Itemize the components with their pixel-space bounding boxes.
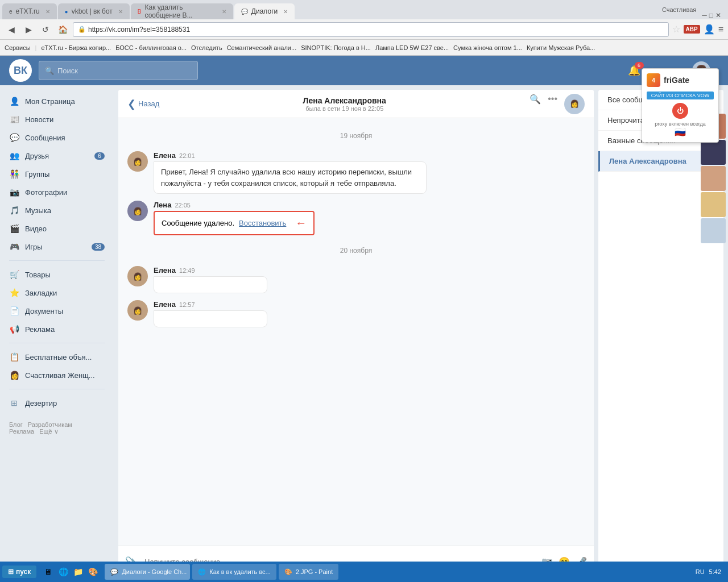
sidebar-item-groups[interactable]: 👫 Группы [0,165,114,183]
taskbar-icon-4[interactable]: 🎨 [86,566,99,578]
taskbar-icons: 🖥 🌐 📁 🎨 [39,566,102,578]
bookmark-sem[interactable]: Семантический анали... [227,44,297,51]
thumb-4[interactable] [701,192,726,217]
bookmark-lamp[interactable]: Лампа LED 5W E27 све... [375,44,449,51]
video-icon: 🎬 [9,223,19,234]
frigate-logo-icon: 4 [647,73,660,87]
notifications-icon[interactable]: 🔔 6 [628,64,640,77]
deleted-message-text: Сообщение удалено. [162,219,234,227]
sidebar-item-mypage[interactable]: 👤 Моя Страница [0,92,114,110]
arrow-right-annotation: ← [295,217,307,230]
bookmark-etxt[interactable]: eTXT.ru - Биржа копир... [41,44,111,51]
task-howto-label: Как в вк удалить вс... [209,568,270,575]
message-bubble-2: Елена 12:49 [154,266,267,293]
frigate-power-icon[interactable]: ⏻ [672,103,688,119]
home-button[interactable]: 🏠 [56,23,69,36]
forward-button[interactable]: ▶ [22,23,35,36]
tab-vkbot-close[interactable]: ✕ [118,9,123,15]
sidebar-item-docs[interactable]: 📄 Документы [0,302,114,320]
sidebar-classifieds-label: Бесплатные объя... [25,353,105,361]
taskbar-task-howto[interactable]: 🌐 Как в вк удалить вс... [192,564,276,580]
message-avatar-deleted: 👩 [127,201,148,221]
abr-button[interactable]: ABP [684,25,700,34]
maximize-btn[interactable]: □ [709,11,713,19]
back-button[interactable]: ◀ [5,23,18,36]
tab-etxt[interactable]: e eTXT.ru ✕ [2,3,57,19]
tab-howto-close[interactable]: ✕ [222,9,226,15]
vk-search-bar[interactable]: 🔍 Поиск [39,61,198,80]
tab-dialogs[interactable]: 💬 Диалоги ✕ [234,3,295,19]
tab-howto[interactable]: B Как удалить сообщение В... ✕ [131,3,233,19]
thumb-5[interactable] [701,218,726,243]
footer-dev-link[interactable]: Разработчикам [28,421,72,428]
bookmark-sinoptik[interactable]: SINOPTIK: Погода в Н... [301,44,371,51]
taskbar-icon-3[interactable]: 📁 [72,566,84,578]
tab-etxt-close[interactable]: ✕ [46,9,50,15]
bookmark-shirt[interactable]: Купити Мужская Руба... [527,44,595,51]
tab-etxt-label: eTXT.ru [16,7,40,15]
taskbar-sys: RU 5:42 [691,568,726,575]
lang-indicator[interactable]: RU [696,568,705,575]
message-row-deleted: 👩 Лена 22:05 Сообщение удалено. Восстано… [127,201,585,235]
tab-howto-label: Как удалить сообщение В... [145,3,216,19]
task-paint-label: 2.JPG - Paint [296,568,333,575]
sidebar-item-bookmarks[interactable]: ⭐ Закладки [0,284,114,302]
footer-ad-link[interactable]: Реклама [9,428,34,435]
sidebar-item-classifieds[interactable]: 📋 Бесплатные объя... [0,348,114,366]
vk-logo[interactable]: ВК [9,59,32,82]
bookmark-boss[interactable]: БОСС - биллинговая о... [115,44,187,51]
taskbar-task-paint[interactable]: 🎨 2.JPG - Paint [279,564,338,580]
task-paint-icon: 🎨 [284,568,292,576]
bookmark-bag[interactable]: Сумка жіноча оптом 1... [453,44,522,51]
mypage-icon: 👤 [9,96,19,106]
sidebar-docs-label: Документы [25,307,105,315]
vk-profile-icon[interactable]: 👤 [704,24,715,35]
menu-icon[interactable]: ≡ [718,24,723,35]
footer-more-link[interactable]: Ещё ∨ [39,428,59,435]
chat-contact-name: Лена Александровна [166,96,523,105]
close-btn[interactable]: ✕ [715,11,721,19]
msg-meta-2: Елена 12:49 [154,266,267,275]
search-chat-icon[interactable]: 🔍 [530,94,541,114]
back-button[interactable]: ❮ Назад [127,98,159,110]
tab-dialogs-close[interactable]: ✕ [283,9,288,15]
sidebar-games-label: Игры [25,243,86,251]
games-badge: 38 [92,243,105,251]
sidebar-item-dessert[interactable]: ⊞ Дезертир [0,394,114,412]
sidebar-item-games[interactable]: 🎮 Игры 38 [0,238,114,256]
sidebar-item-ads[interactable]: 📢 Реклама [0,320,114,338]
windows-icon: ⊞ [8,568,14,576]
taskbar-icon-1[interactable]: 🖥 [42,566,55,578]
minimize-btn[interactable]: ─ [702,11,707,19]
sidebar-photos-label: Фотографии [25,188,105,197]
sidebar-item-friends[interactable]: 👥 Друзья 6 [0,147,114,165]
bookmark-track[interactable]: Отследить [191,44,222,51]
start-button[interactable]: ⊞ пуск [2,566,36,578]
sidebar-video-label: Видео [25,225,105,233]
sidebar-item-lucky[interactable]: 👩 Счастливая Женщ... [0,366,114,384]
taskbar-icon-2[interactable]: 🌐 [57,566,69,578]
sidebar-lucky-label: Счастливая Женщ... [25,371,105,380]
thumb-3[interactable] [701,166,726,191]
tab-vkbot[interactable]: ● vkbot | вк бот ✕ [58,3,130,19]
footer-blog-link[interactable]: Блог [9,421,23,428]
taskbar-task-dialogs[interactable]: 💬 Диалоги - Google Ch... [105,564,190,580]
sidebar-item-shop[interactable]: 🛒 Товары [0,265,114,284]
sidebar-item-news[interactable]: 📰 Новости [0,110,114,128]
sidebar-item-photos[interactable]: 📷 Фотографии [0,183,114,201]
time-display: 5:42 [709,568,721,575]
more-options-icon[interactable]: ••• [548,94,557,114]
sidebar-item-music[interactable]: 🎵 Музыка [0,201,114,219]
restore-link[interactable]: Восстановить [239,219,286,227]
address-bar[interactable]: 🔒 https://vk.com/im?sel=358188531 [73,22,669,37]
bookmarks-icon: ⭐ [9,288,19,298]
reload-button[interactable]: ↺ [39,23,52,36]
sidebar-item-messages[interactable]: 💬 Сообщения [0,128,114,147]
bookmark-servisy[interactable]: Сервисы [5,44,31,51]
message-bubble-3: Елена 12:57 [154,300,267,327]
sidebar-divider-1 [9,260,105,261]
friends-badge: 6 [94,152,105,160]
thumb-2[interactable] [701,140,726,165]
bookmark-star-icon[interactable]: ☆ [672,24,680,35]
sidebar-item-video[interactable]: 🎬 Видео [0,219,114,238]
